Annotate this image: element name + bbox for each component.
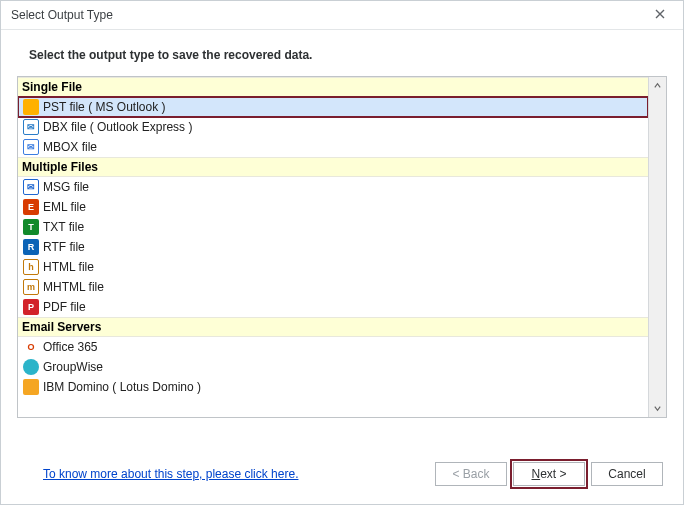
option-label: RTF file <box>43 240 643 254</box>
option-txt[interactable]: TTXT file <box>18 217 648 237</box>
instruction-text: Select the output type to save the recov… <box>1 30 683 76</box>
option-mhtml[interactable]: mMHTML file <box>18 277 648 297</box>
bottom-bar: To know more about this step, please cli… <box>1 446 683 504</box>
option-dbx[interactable]: ✉DBX file ( Outlook Express ) <box>18 117 648 137</box>
option-label: Office 365 <box>43 340 643 354</box>
option-pst[interactable]: PST file ( MS Outlook ) <box>18 97 648 117</box>
next-button[interactable]: Next > <box>513 462 585 486</box>
option-label: PST file ( MS Outlook ) <box>43 100 643 114</box>
mbox-icon: ✉ <box>23 139 39 155</box>
option-label: HTML file <box>43 260 643 274</box>
mhtml-icon: m <box>23 279 39 295</box>
back-button: < Back <box>435 462 507 486</box>
cancel-button[interactable]: Cancel <box>591 462 663 486</box>
gw-icon <box>23 359 39 375</box>
section-header-servers: Email Servers <box>18 317 648 337</box>
option-label: IBM Domino ( Lotus Domino ) <box>43 380 643 394</box>
option-html[interactable]: hHTML file <box>18 257 648 277</box>
option-mbox[interactable]: ✉MBOX file <box>18 137 648 157</box>
dialog-select-output-type: Select Output Type Select the output typ… <box>0 0 684 505</box>
o365-icon: O <box>23 339 39 355</box>
next-button-accel: N <box>531 467 540 481</box>
txt-icon: T <box>23 219 39 235</box>
option-label: MHTML file <box>43 280 643 294</box>
scroll-down-button[interactable] <box>649 400 666 417</box>
help-link[interactable]: To know more about this step, please cli… <box>43 467 298 481</box>
section-header-multi: Multiple Files <box>18 157 648 177</box>
option-label: EML file <box>43 200 643 214</box>
scroll-up-button[interactable] <box>649 77 666 94</box>
dbx-icon: ✉ <box>23 119 39 135</box>
section-header-single: Single File <box>18 77 648 97</box>
pst-icon <box>23 99 39 115</box>
next-button-rest: ext > <box>540 467 566 481</box>
option-label: DBX file ( Outlook Express ) <box>43 120 643 134</box>
option-label: MSG file <box>43 180 643 194</box>
chevron-down-icon <box>653 402 662 416</box>
eml-icon: E <box>23 199 39 215</box>
html-icon: h <box>23 259 39 275</box>
rtf-icon: R <box>23 239 39 255</box>
chevron-up-icon <box>653 79 662 93</box>
pdf-icon: P <box>23 299 39 315</box>
option-rtf[interactable]: RRTF file <box>18 237 648 257</box>
option-msg[interactable]: ✉MSG file <box>18 177 648 197</box>
option-label: GroupWise <box>43 360 643 374</box>
msg-icon: ✉ <box>23 179 39 195</box>
close-button[interactable] <box>643 4 677 26</box>
option-eml[interactable]: EEML file <box>18 197 648 217</box>
option-label: PDF file <box>43 300 643 314</box>
option-gw[interactable]: GroupWise <box>18 357 648 377</box>
window-title: Select Output Type <box>11 8 113 22</box>
titlebar: Select Output Type <box>1 1 683 30</box>
scrollbar[interactable] <box>648 77 666 417</box>
option-o365[interactable]: OOffice 365 <box>18 337 648 357</box>
option-label: TXT file <box>43 220 643 234</box>
output-type-list: Single FilePST file ( MS Outlook )✉DBX f… <box>17 76 667 418</box>
dom-icon <box>23 379 39 395</box>
option-pdf[interactable]: PPDF file <box>18 297 648 317</box>
option-domino[interactable]: IBM Domino ( Lotus Domino ) <box>18 377 648 397</box>
option-label: MBOX file <box>43 140 643 154</box>
close-icon <box>655 8 665 22</box>
